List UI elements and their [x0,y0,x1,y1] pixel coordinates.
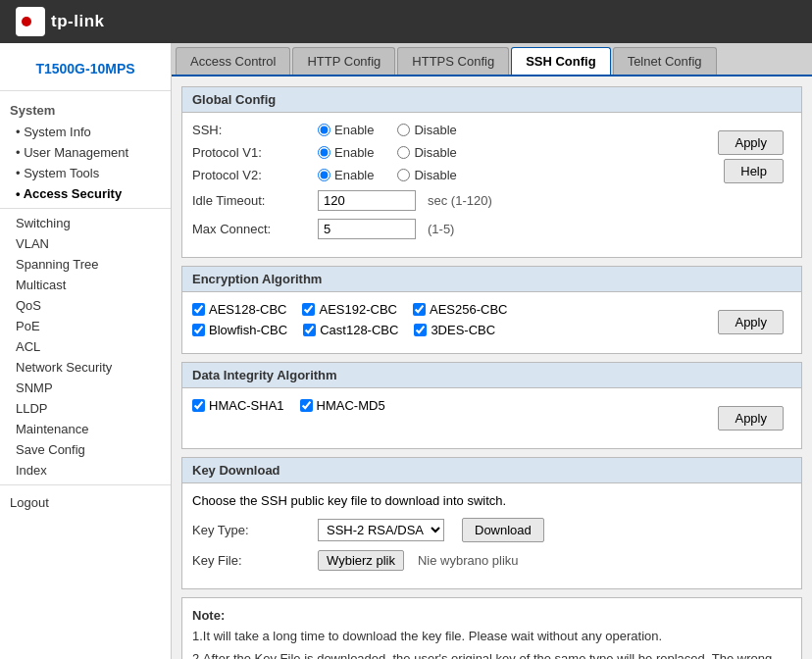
global-config-header: Global Config [182,87,801,113]
sidebar-item-access-security[interactable]: • Access Security [0,183,171,204]
aes192-checkbox[interactable] [302,303,315,316]
no-file-text: Nie wybrano pliku [418,553,519,568]
encryption-section: Encryption Algorithm AES128-CBC [181,266,802,354]
sidebar-item-switching[interactable]: Switching [0,213,171,233]
sidebar-item-user-management[interactable]: • User Management [0,142,171,163]
sidebar-item-label: ACL [16,339,40,354]
ssh-enable-group: Enable [318,123,374,137]
tab-bar: Access Control HTTP Config HTTPS Config … [172,43,812,76]
svg-rect-4 [31,25,38,27]
hmac-md5-checkbox[interactable] [300,399,313,412]
sidebar-item-vlan[interactable]: VLAN [0,233,171,254]
sidebar-item-poe[interactable]: PoE [0,316,171,336]
sidebar-item-system-tools[interactable]: • System Tools [0,163,171,183]
tab-access-control[interactable]: Access Control [176,47,290,75]
v1-disable-radio[interactable] [397,146,410,159]
encryption-body: AES128-CBC AES192-CBC AES256-CBC [182,292,801,353]
encryption-header: Encryption Algorithm [182,267,801,292]
data-integrity-header: Data Integrity Algorithm [182,363,801,388]
sidebar-item-lldp[interactable]: LLDP [0,398,171,419]
blowfish-label: Blowfish-CBC [209,323,287,337]
sidebar-item-system-info[interactable]: • System Info [0,122,171,142]
protocol-v1-label: Protocol V1: [192,145,310,160]
3des-checkbox[interactable] [414,324,427,336]
device-name: T1500G-10MPS [0,53,171,91]
key-file-row: Key File: Wybierz plik Nie wybrano pliku [192,550,791,571]
sidebar-item-label: Save Config [16,442,85,457]
key-download-section: Key Download Choose the SSH public key f… [181,457,802,589]
v1-enable-radio[interactable] [318,146,330,159]
key-type-select[interactable]: SSH-2 RSA/DSA [318,519,444,541]
sidebar-item-label: QoS [16,298,41,313]
hmac-sha1-checkbox[interactable] [192,399,205,412]
tab-http-config[interactable]: HTTP Config [292,47,395,75]
aes256-item: AES256-CBC [413,302,507,317]
svg-rect-2 [31,17,41,20]
sidebar-item-qos[interactable]: QoS [0,295,171,316]
blowfish-checkbox[interactable] [192,324,205,336]
max-connect-input[interactable] [318,219,416,239]
key-file-label: Key File: [192,553,310,568]
sidebar-item-snmp[interactable]: SNMP [0,378,171,398]
aes128-item: AES128-CBC [192,302,286,317]
sidebar-item-acl[interactable]: ACL [0,336,171,357]
global-config-section: Global Config SSH: Enable [181,86,802,258]
ssh-label: SSH: [192,123,310,137]
encryption-row-1: AES128-CBC AES192-CBC AES256-CBC [192,302,718,317]
integrity-apply-button[interactable]: Apply [718,406,784,431]
v2-disable-group: Disable [397,168,456,182]
v2-enable-radio[interactable] [318,169,330,181]
sidebar-item-index[interactable]: Index [0,460,171,481]
svg-rect-3 [31,21,41,24]
idle-timeout-input[interactable] [318,190,416,211]
aes192-label: AES192-CBC [319,302,396,317]
sidebar-item-spanning-tree[interactable]: Spanning Tree [0,254,171,275]
protocol-v1-row: Protocol V1: Enable Disable [192,145,718,160]
ssh-enable-radio[interactable] [318,124,330,136]
global-config-help-button[interactable]: Help [724,159,784,183]
ssh-disable-radio[interactable] [397,124,410,136]
aes256-checkbox[interactable] [413,303,426,316]
ssh-disable-group: Disable [397,123,456,137]
logout-label: Logout [10,495,49,510]
sidebar-item-save-config[interactable]: Save Config [0,439,171,460]
sidebar-item-label: SNMP [16,380,53,395]
v2-enable-group: Enable [318,168,374,182]
download-button[interactable]: Download [462,518,544,542]
integrity-buttons: Apply [718,398,791,438]
tab-telnet-config[interactable]: Telnet Config [613,47,717,75]
sidebar-item-label: • Access Security [16,186,122,201]
v2-disable-radio[interactable] [397,169,410,181]
header: tp-link [0,0,812,43]
v2-enable-label: Enable [334,168,374,182]
sidebar-item-label: LLDP [16,401,48,416]
idle-timeout-label: Idle Timeout: [192,193,310,208]
brand-name: tp-link [51,12,105,31]
v1-enable-group: Enable [318,145,374,160]
tab-ssh-config[interactable]: SSH Config [511,47,611,75]
note-line-2: 2.After the Key File is downloaded, the … [192,649,791,660]
v1-disable-label: Disable [414,145,456,160]
v2-disable-label: Disable [414,168,456,182]
content-area: Global Config SSH: Enable [172,76,812,659]
ssh-row: SSH: Enable Disable [192,123,718,137]
sidebar-divider-2 [0,484,171,485]
sidebar-item-network-security[interactable]: Network Security [0,357,171,378]
encryption-apply-button[interactable]: Apply [718,310,784,334]
sidebar-item-maintenance[interactable]: Maintenance [0,419,171,439]
sidebar-item-label: VLAN [16,236,49,251]
tab-https-config[interactable]: HTTPS Config [397,47,509,75]
cast128-checkbox[interactable] [303,324,316,336]
ssh-disable-label: Disable [414,123,456,137]
sidebar-divider-1 [0,208,171,209]
choose-file-button[interactable]: Wybierz plik [318,550,404,571]
blowfish-item: Blowfish-CBC [192,323,287,337]
note-title: Note: [192,608,791,623]
aes128-checkbox[interactable] [192,303,205,316]
encryption-row-2: Blowfish-CBC Cast128-CBC 3DES-CBC [192,323,718,337]
idle-timeout-hint: sec (1-120) [428,193,492,208]
logout-link[interactable]: Logout [0,489,171,513]
sidebar-item-multicast[interactable]: Multicast [0,275,171,295]
aes256-label: AES256-CBC [430,302,507,317]
global-config-apply-button[interactable]: Apply [718,130,784,155]
